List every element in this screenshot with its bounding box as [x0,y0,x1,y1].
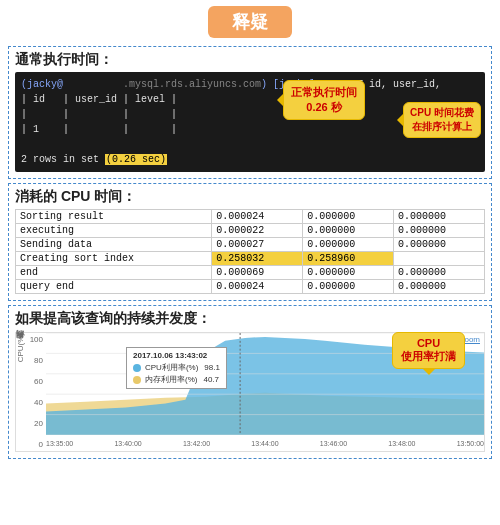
mem-legend-dot [133,376,141,384]
table-cell: query end [16,280,212,294]
x-label: 13:42:00 [183,440,210,447]
tooltip-time: 2017.10.06 13:43:02 [133,351,220,360]
table-cell: Sending data [16,238,212,252]
terminal-line-1: (jacky@ .mysql.rds.aliyuncs.com) [jacky]… [21,77,479,92]
terminal-line-5 [21,137,479,152]
x-label: 13:46:00 [320,440,347,447]
table-cell: 0.000000 [394,238,485,252]
table-cell: 0.000024 [212,210,303,224]
table-cell: 0.000000 [303,266,394,280]
section2-title: 消耗的 CPU 时间： [15,188,485,206]
table-cell: 0.000000 [303,280,394,294]
table-cell: end [16,266,212,280]
table-cell: Creating sort index [16,252,212,266]
tooltip-cpu-value: 98.1 [204,363,220,372]
x-label: 13:50:00 [457,440,484,447]
table-cell: executing [16,224,212,238]
tooltip-cpu-label: CPU利用率(%) [145,362,198,373]
cpu-legend-dot [133,364,141,372]
cpu-callout: CPU使用率打满 [392,332,465,369]
table-cell: 0.000000 [303,210,394,224]
table-cell: 0.000000 [394,224,485,238]
chart-container: CPU使用率打满 CPU内存利用率(%) 100 80 60 40 20 0 [15,332,485,452]
chart-x-labels: 13:35:0013:40:0013:42:0013:44:0013:46:00… [46,435,484,451]
tooltip-mem-label: 内存利用率(%) [145,374,197,385]
table-cell: 0.000022 [212,224,303,238]
section-normal-time: 通常执行时间： (jacky@ .mysql.rds.aliyuncs.com)… [8,46,492,179]
page-header: 释疑 [0,0,500,42]
section3-title: 如果提高该查询的持续并发度： [15,310,485,328]
cpu-table-container: Sorting result0.0000240.0000000.000000ex… [15,209,485,294]
page-title: 释疑 [208,6,292,38]
table-cell: 0.000000 [303,238,394,252]
table-cell: 0.258960 [303,252,394,266]
cpu-stages-table: Sorting result0.0000240.0000000.000000ex… [15,209,485,294]
callout-cpu-sort: CPU 时间花费 在排序计算上 [403,102,481,138]
terminal-line-6: 2 rows in set (0.26 sec) [21,152,479,167]
table-cell: 0.258032 [212,252,303,266]
chart-tooltip: 2017.10.06 13:43:02 CPU利用率(%) 98.1 内存利用率… [126,347,227,389]
table-cell: 0.000000 [394,280,485,294]
section-concurrency: 如果提高该查询的持续并发度： CPU使用率打满 CPU内存利用率(%) 100 … [8,305,492,459]
terminal-area: (jacky@ .mysql.rds.aliyuncs.com) [jacky]… [15,72,485,172]
x-label: 13:44:00 [251,440,278,447]
table-cell [394,252,485,266]
section-cpu-time: 消耗的 CPU 时间： Sorting result0.0000240.0000… [8,183,492,301]
table-cell: 0.000069 [212,266,303,280]
section1-title: 通常执行时间： [15,51,485,69]
table-cell: 0.000000 [394,210,485,224]
table-cell: Sorting result [16,210,212,224]
table-cell: 0.000024 [212,280,303,294]
tooltip-mem-value: 40.7 [203,375,219,384]
table-cell: 0.000000 [303,224,394,238]
x-label: 13:35:00 [46,440,73,447]
table-cell: 0.000027 [212,238,303,252]
x-label: 13:48:00 [388,440,415,447]
callout-normal-time: 正常执行时间 0.26 秒 [283,80,365,120]
chart-y-labels: 100 80 60 40 20 0 [16,333,46,451]
table-cell: 0.000000 [394,266,485,280]
time-highlight: (0.26 sec) [105,154,167,165]
x-label: 13:40:00 [114,440,141,447]
